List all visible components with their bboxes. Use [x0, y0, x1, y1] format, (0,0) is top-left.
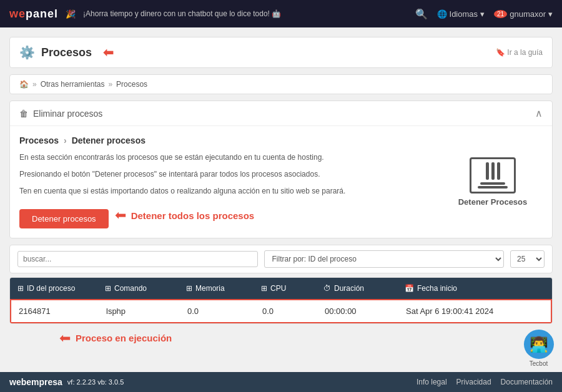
logo: wepanel	[9, 7, 58, 21]
table-row: 2164871 lsphp 0.0 0.0 00:00:00 Sat Apr 6…	[10, 299, 552, 323]
promo-emoji: 🎉	[66, 9, 76, 19]
breadcrumb-sep2: »	[108, 80, 112, 89]
cell-duration: 00:00:00	[325, 306, 406, 316]
desc2: Presionando el botón "Detener procesos" …	[19, 169, 430, 180]
footer-brand: webempresa vf: 2.2.23 vb: 3.0.5	[9, 377, 124, 387]
mem-icon: ⊞	[186, 284, 192, 293]
search-input[interactable]	[17, 251, 258, 267]
cell-cpu: 0.0	[262, 306, 325, 316]
eliminar-body: Procesos › Detener procesos En esta secc…	[10, 126, 552, 238]
table-header: ⊞ ID del proceso ⊞ Comando ⊞ Memoria ⊞ C…	[10, 278, 552, 299]
annotation-detener: Detener todos los procesos	[131, 210, 255, 221]
eliminar-left: Procesos › Detener procesos En esta secc…	[19, 135, 430, 228]
row-annotation-area: ⬅ Proceso en ejecución	[9, 330, 553, 346]
guide-link[interactable]: 🔖 Ir a la guía	[496, 48, 543, 57]
header-cpu: ⊞ CPU	[261, 284, 323, 293]
arrow-detener-icon: ⬅	[115, 207, 126, 223]
globe-icon: 🌐	[437, 9, 447, 19]
page-title: ⚙️ Procesos ⬅	[19, 45, 114, 60]
cell-id: 2164871	[19, 306, 106, 316]
cell-command: lsphp	[106, 306, 187, 316]
process-table: ⊞ ID del proceso ⊞ Comando ⊞ Memoria ⊞ C…	[9, 277, 553, 324]
eliminar-right: Detener Procesos	[443, 135, 543, 228]
cell-memory: 0.0	[187, 306, 262, 316]
footer-links: Info legal Privacidad Documentación	[417, 378, 553, 386]
breadcrumb: 🏠 » Otras herramientas » Procesos	[9, 74, 553, 94]
page-title-bar: ⚙️ Procesos ⬅ 🔖 Ir a la guía	[9, 37, 553, 68]
header-left: wepanel 🎉 ¡Ahorra tiempo y dinero con un…	[9, 7, 281, 21]
user-menu[interactable]: 21 gnumaxor ▾	[494, 9, 553, 19]
header-id: ⊞ ID del proceso	[17, 284, 105, 293]
main-content: ⚙️ Procesos ⬅ 🔖 Ir a la guía 🏠 » Otras h…	[0, 27, 562, 356]
header-right: 🔍 🌐 Idiomas ▾ 21 gnumaxor ▾	[415, 8, 553, 20]
footer: webempresa vf: 2.2.23 vb: 3.0.5 Info leg…	[0, 372, 562, 392]
desc1: En esta sección encontrarás los procesos…	[19, 152, 430, 164]
processes-icon: ⚙️	[19, 45, 35, 60]
breadcrumb-sep1: »	[32, 80, 37, 89]
search-filter-bar: Filtrar por: ID del proceso 25	[9, 245, 553, 273]
cmd-icon: ⊞	[105, 284, 111, 293]
bookmark-icon: 🔖	[496, 48, 505, 57]
per-page-select[interactable]: 25	[510, 250, 545, 268]
chat-bubble[interactable]: 👨‍💻 Tecbot	[521, 330, 556, 367]
chevron-down-icon: ▾	[480, 9, 485, 19]
footer-version: vf: 2.2.23 vb: 3.0.5	[67, 378, 124, 386]
desc3: Ten en cuenta que si estás importando da…	[19, 185, 430, 197]
footer-legal-link[interactable]: Info legal	[417, 378, 447, 386]
row-annotation-text: Proceso en ejecución	[76, 333, 172, 343]
trash-label: Detener Procesos	[458, 197, 528, 207]
collapse-button[interactable]: ∧	[535, 107, 543, 119]
arrow-row-icon: ⬅	[59, 330, 71, 346]
header-promo: ¡Ahorra tiempo y dinero con un chatbot q…	[83, 9, 281, 18]
footer-logo: webempresa	[9, 377, 62, 387]
footer-privacy-link[interactable]: Privacidad	[456, 378, 491, 386]
eliminar-section: 🗑 Eliminar procesos ∧ Procesos › Detener…	[9, 100, 553, 238]
chat-label: Tecbot	[530, 360, 548, 367]
breadcrumb-current: Procesos	[116, 80, 147, 89]
id-icon: ⊞	[17, 284, 24, 293]
arrow-icon: ⬅	[103, 45, 114, 60]
home-icon[interactable]: 🏠	[19, 80, 29, 89]
filter-select[interactable]: Filtrar por: ID del proceso	[264, 250, 505, 268]
header-memory: ⊞ Memoria	[186, 284, 261, 293]
eliminar-header[interactable]: 🗑 Eliminar procesos ∧	[10, 101, 552, 126]
detener-procesos-button[interactable]: Detener procesos	[19, 209, 109, 228]
header-command: ⊞ Comando	[105, 284, 186, 293]
cell-startdate: Sat Apr 6 19:00:41 2024	[406, 306, 543, 316]
section-heading: Procesos › Detener procesos	[19, 135, 430, 145]
chevron-down-icon: ▾	[548, 9, 553, 19]
header: wepanel 🎉 ¡Ahorra tiempo y dinero con un…	[0, 0, 562, 27]
calendar-icon: 📅	[405, 284, 414, 293]
header-duration: ⏱ Duración	[323, 284, 405, 293]
language-selector[interactable]: 🌐 Idiomas ▾	[437, 9, 485, 19]
clock-icon: ⏱	[323, 284, 331, 293]
cpu-icon: ⊞	[261, 284, 267, 293]
chat-avatar: 👨‍💻	[524, 330, 554, 359]
breadcrumb-other-tools[interactable]: Otras herramientas	[41, 80, 105, 89]
search-icon[interactable]: 🔍	[415, 8, 428, 20]
trash-icon: 🗑	[19, 109, 28, 119]
footer-docs-link[interactable]: Documentación	[501, 378, 553, 386]
header-startdate: 📅 Fecha inicio	[405, 284, 545, 293]
